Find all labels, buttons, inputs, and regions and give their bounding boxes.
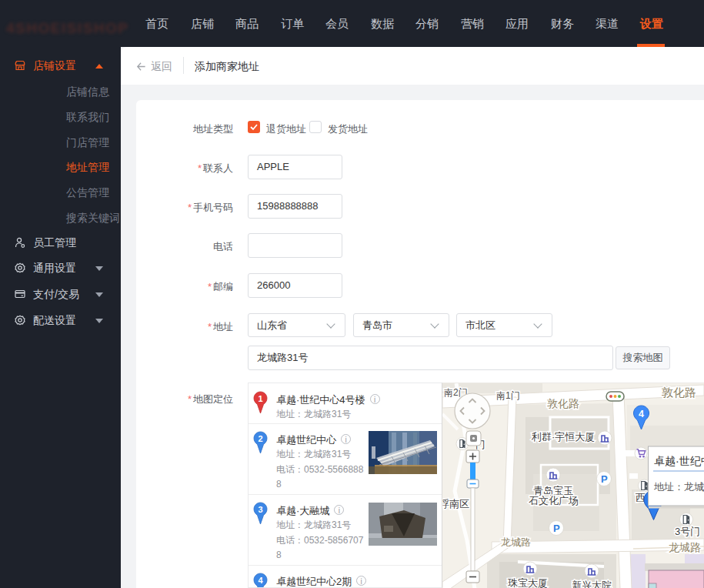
svg-text:3号门: 3号门 — [675, 526, 700, 537]
svg-text:石文化广场: 石文化广场 — [529, 495, 579, 506]
svg-text:P: P — [601, 473, 608, 485]
svg-text:珠宝大厦: 珠宝大厦 — [508, 577, 548, 588]
svg-text:龙城路: 龙城路 — [669, 541, 701, 553]
svg-text:利群·宇恒大厦: 利群·宇恒大厦 — [531, 431, 595, 443]
svg-text:地址：龙城路: 地址：龙城路 — [654, 481, 704, 493]
svg-text:龙城路: 龙城路 — [501, 536, 531, 548]
svg-text:浮南区: 浮南区 — [442, 498, 469, 509]
svg-text:新兴大院: 新兴大院 — [572, 580, 612, 588]
svg-text:4: 4 — [639, 409, 644, 419]
svg-text:3: 3 — [258, 505, 262, 514]
svg-text:敦化路: 敦化路 — [547, 397, 579, 409]
svg-text:P: P — [553, 523, 560, 534]
svg-text:卓越·世纪中心: 卓越·世纪中心 — [654, 455, 704, 467]
svg-text:2: 2 — [258, 434, 262, 443]
svg-text:4: 4 — [258, 576, 263, 585]
svg-text:敦化路: 敦化路 — [662, 386, 696, 399]
svg-text:1: 1 — [258, 394, 262, 403]
svg-text:南1门: 南1门 — [496, 390, 520, 401]
